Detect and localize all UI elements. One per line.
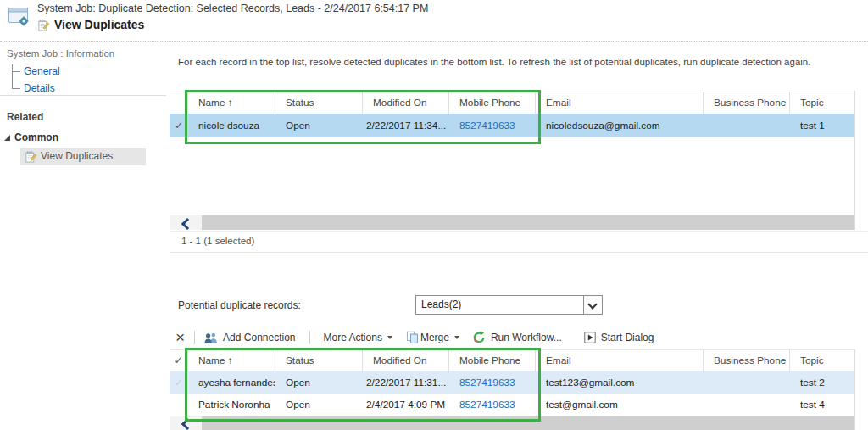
merge-button[interactable]: Merge [406, 331, 459, 344]
cell-name: Patrick Noronha [188, 394, 275, 416]
bottom-header-mobile-phone[interactable]: Mobile Phone [449, 350, 536, 372]
notepad-icon [25, 150, 37, 163]
sidebar-group-common[interactable]: Common [4, 131, 58, 143]
record-count-text: 1 - 1 (1 selected) [181, 236, 254, 246]
people-icon [204, 332, 218, 343]
chevron-down-icon [587, 299, 597, 309]
table-row[interactable]: Patrick Noronha Open 2/4/2017 4:09 PM 85… [170, 394, 854, 416]
top-header-email[interactable]: Email [536, 92, 704, 114]
top-grid-horizontal-scrollbar[interactable] [170, 215, 854, 230]
mobile-phone-link[interactable]: 8527419633 [459, 120, 515, 131]
duplicates-toolbar: × Add Connection More Actions Merge [170, 327, 868, 349]
top-header-mobile-phone[interactable]: Mobile Phone [449, 92, 536, 114]
run-workflow-label: Run Workflow... [491, 332, 562, 343]
cell-modified-on: 2/4/2017 4:09 PM [363, 394, 449, 416]
view-duplicates-window: System Job: Duplicate Detection: Selecte… [0, 0, 868, 430]
bottom-header-email[interactable]: Email [536, 350, 704, 372]
sidebar-related-heading: Related [7, 111, 43, 123]
cell-topic: test 2 [790, 371, 854, 394]
potential-duplicates-select[interactable]: Leads(2) [415, 295, 603, 315]
table-row[interactable]: ✓ ayesha fernandes Open 2/22/2017 11:31.… [170, 371, 854, 394]
delete-button[interactable]: × [170, 330, 185, 345]
sidebar-item-general[interactable]: General [12, 63, 60, 80]
start-dialog-button[interactable]: Start Dialog [584, 332, 654, 343]
page-title: View Duplicates [54, 18, 144, 31]
dropdown-arrow-icon [454, 336, 459, 339]
bottom-header-status[interactable]: Status [275, 350, 363, 372]
collapse-triangle-icon [4, 135, 10, 141]
cell-email: test123@gmail.com [536, 371, 704, 394]
top-header-check-column[interactable] [170, 92, 188, 114]
cell-topic: test 1 [790, 114, 854, 137]
top-header-modified-on[interactable]: Modified On [363, 92, 449, 114]
row-selected-check-icon: ✓ [175, 120, 183, 131]
instruction-text: For each record in the top list, resolve… [178, 57, 822, 67]
bottom-grid-vertical-scroll-area[interactable] [854, 349, 868, 430]
dropdown-arrow-icon [387, 336, 392, 339]
system-job-icon [8, 6, 30, 29]
scroll-left-icon[interactable] [181, 218, 193, 230]
row-check-icon: ✓ [175, 377, 183, 388]
select-dropdown-button[interactable] [583, 296, 602, 314]
bottom-header-topic[interactable]: Topic [790, 350, 854, 372]
cell-topic: test 4 [790, 394, 854, 416]
select-value: Leads(2) [421, 299, 461, 310]
sidebar-tree: General Details [12, 63, 60, 97]
mobile-phone-link[interactable]: 8527419633 [459, 399, 515, 410]
cell-status: Open [275, 114, 363, 137]
sort-asc-icon: ↑ [228, 97, 233, 109]
cell-modified-on: 2/22/2017 11:31... [363, 371, 449, 394]
top-header-name[interactable]: Name ↑ [188, 92, 275, 114]
sidebar-item-details[interactable]: Details [12, 80, 60, 97]
cell-email: test@gmail.com [536, 394, 704, 416]
cell-email: nicoledsouza@gmail.com [536, 114, 704, 137]
cell-status: Open [275, 371, 363, 394]
sidebar-divider [0, 95, 166, 96]
view-duplicates-icon [37, 19, 50, 34]
scroll-left-icon[interactable] [181, 418, 193, 430]
start-dialog-label: Start Dialog [601, 332, 654, 343]
bottom-header-modified-on[interactable]: Modified On [363, 350, 449, 372]
cell-name: nicole dsouza [188, 114, 275, 137]
run-workflow-icon [472, 331, 486, 344]
sidebar-item-label: View Duplicates [41, 150, 113, 162]
cell-business-phone [704, 114, 790, 137]
scrollbar-thumb[interactable] [202, 416, 854, 430]
cell-name: ayesha fernandes [188, 371, 275, 394]
select-all-check-icon: ✓ [174, 355, 182, 366]
bottom-header-name[interactable]: Name ↑ [188, 350, 275, 372]
window-title: System Job: Duplicate Detection: Selecte… [37, 3, 428, 14]
cell-business-phone [704, 371, 790, 394]
start-dialog-icon [584, 332, 596, 343]
top-header-topic[interactable]: Topic [790, 92, 854, 114]
toolbar-separator [309, 331, 310, 344]
sidebar-item-view-duplicates[interactable]: View Duplicates [20, 148, 146, 165]
merge-icon [406, 331, 419, 344]
more-actions-button[interactable]: More Actions [324, 332, 392, 343]
add-connection-button[interactable]: Add Connection [204, 332, 295, 343]
bottom-header-check-column[interactable]: ✓ [170, 350, 188, 372]
cell-business-phone [704, 394, 790, 416]
cell-status: Open [275, 394, 363, 416]
toolbar-separator [194, 331, 195, 344]
more-actions-label: More Actions [324, 332, 382, 343]
table-row[interactable]: ✓ nicole dsouza Open 2/22/2017 11:34... … [170, 114, 854, 137]
close-icon: × [175, 330, 185, 345]
scrollbar-thumb[interactable] [202, 215, 854, 230]
potential-duplicates-label: Potential duplicate records: [178, 299, 301, 311]
top-header-status[interactable]: Status [275, 92, 363, 114]
bottom-grid-header: ✓ Name ↑ Status Modified On Mobile Phone… [170, 349, 854, 373]
top-grid-status-bar: 1 - 1 (1 selected) [170, 231, 868, 253]
bottom-grid-horizontal-scrollbar[interactable] [170, 416, 854, 430]
merge-label: Merge [420, 332, 449, 343]
cell-modified-on: 2/22/2017 11:34... [363, 114, 449, 137]
sidebar-group-label: Common [14, 131, 58, 143]
bottom-header-business-phone[interactable]: Business Phone [704, 350, 790, 372]
run-workflow-button[interactable]: Run Workflow... [472, 331, 562, 344]
add-connection-label: Add Connection [223, 332, 295, 343]
window-header: System Job: Duplicate Detection: Selecte… [0, 0, 868, 42]
sort-asc-icon: ↑ [228, 355, 233, 366]
top-grid-vertical-scroll-area[interactable] [854, 91, 868, 230]
mobile-phone-link[interactable]: 8527419633 [459, 377, 515, 388]
top-header-business-phone[interactable]: Business Phone [704, 92, 790, 114]
